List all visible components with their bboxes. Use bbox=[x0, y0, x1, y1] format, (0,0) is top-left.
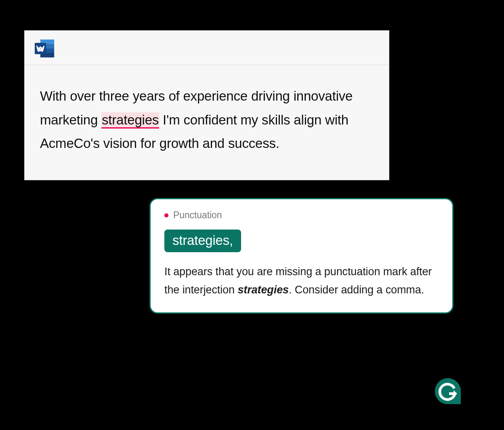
correction-chip[interactable]: strategies, bbox=[164, 230, 241, 252]
document-body[interactable]: With over three years of experience driv… bbox=[25, 65, 389, 180]
svg-text:W: W bbox=[37, 45, 44, 53]
error-dot-icon bbox=[164, 213, 168, 217]
error-highlighted-word[interactable]: strategies bbox=[101, 112, 159, 129]
suggestion-category-row: Punctuation bbox=[164, 210, 439, 221]
explanation-emphasized-word: strategies bbox=[237, 284, 289, 296]
suggestion-category-label: Punctuation bbox=[173, 210, 222, 221]
word-header: W bbox=[25, 31, 389, 65]
grammarly-icon[interactable] bbox=[434, 377, 462, 405]
suggestion-explanation: It appears that you are missing a punctu… bbox=[164, 263, 439, 299]
explanation-after: . Consider adding a comma. bbox=[289, 284, 424, 296]
word-icon: W bbox=[34, 38, 55, 59]
word-document-window: W With over three years of experience dr… bbox=[24, 30, 389, 180]
suggestion-card: Punctuation strategies, It appears that … bbox=[149, 198, 454, 314]
